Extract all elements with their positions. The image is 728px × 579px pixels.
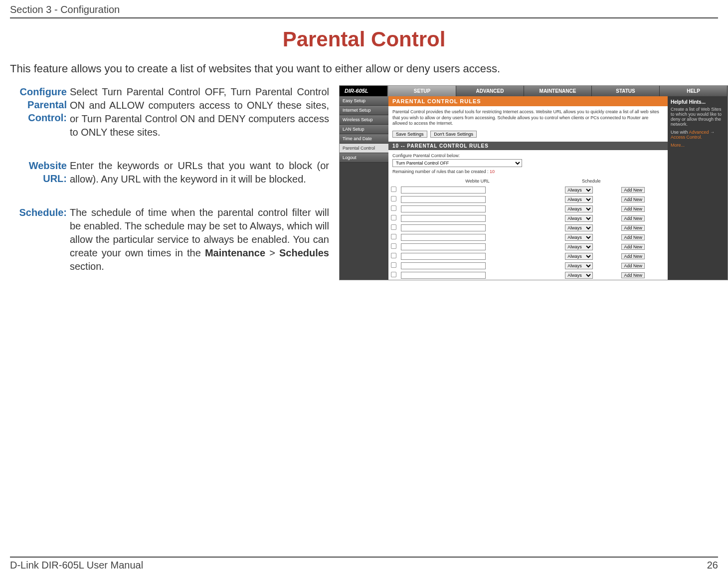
table-row: AlwaysAdd New: [388, 204, 668, 213]
add-new-button[interactable]: Add New: [621, 263, 645, 269]
website-url-input[interactable]: [401, 243, 486, 250]
helpful-hints-panel: Helpful Hints... Create a list of Web Si…: [668, 96, 728, 280]
website-url-input[interactable]: [401, 272, 486, 279]
add-new-button[interactable]: Add New: [621, 187, 645, 193]
panel-subhead: 10 -- PARENTAL CONTROL RULES: [388, 142, 668, 150]
schedule-select[interactable]: Always: [565, 243, 593, 250]
schedule-select[interactable]: Always: [565, 272, 593, 279]
hints-more-link[interactable]: More...: [671, 143, 725, 148]
intro-text: This feature allows you to create a list…: [10, 62, 718, 75]
footer-manual-name: D-Link DIR-605L User Manual: [10, 560, 143, 571]
router-tab-advanced[interactable]: ADVANCED: [456, 86, 524, 96]
page-title: Parental Control: [10, 27, 718, 51]
router-tabs: SETUPADVANCEDMAINTENANCESTATUSHELP: [388, 86, 728, 96]
add-new-button[interactable]: Add New: [621, 196, 645, 202]
add-new-button[interactable]: Add New: [621, 272, 645, 278]
column-header-url: Webite URL: [399, 177, 556, 185]
table-row: AlwaysAdd New: [388, 261, 668, 270]
add-new-button[interactable]: Add New: [621, 206, 645, 212]
website-url-input[interactable]: [401, 224, 486, 231]
remaining-count: 10: [490, 169, 495, 174]
rule-enable-checkbox[interactable]: [391, 243, 396, 249]
router-body: Easy SetupInternet SetupWireless SetupLA…: [340, 96, 728, 280]
router-main: PARENTAL CONTROL RULES Parental Control …: [388, 96, 668, 280]
sidebar-item-logout[interactable]: Logout: [340, 153, 388, 163]
router-sidebar: Easy SetupInternet SetupWireless SetupLA…: [340, 96, 388, 280]
schedule-select[interactable]: Always: [565, 224, 593, 231]
rule-enable-checkbox[interactable]: [391, 272, 396, 277]
schedule-select[interactable]: Always: [565, 215, 593, 222]
parental-control-select[interactable]: Turn Parental Control OFF: [392, 159, 522, 167]
table-row: AlwaysAdd New: [388, 194, 668, 204]
rule-enable-checkbox[interactable]: [391, 262, 396, 268]
rule-enable-checkbox[interactable]: [391, 196, 396, 201]
hints-link-access-control[interactable]: Access Control.: [671, 135, 702, 140]
add-new-button[interactable]: Add New: [621, 215, 645, 221]
dont-save-settings-button[interactable]: Don't Save Settings: [430, 131, 477, 138]
hints-usewith: Use with Advanced → Access Control.: [671, 130, 725, 140]
hints-arrow: →: [709, 130, 715, 135]
footer-page-number: 26: [707, 560, 718, 571]
screenshot-column: DIR-605L SETUPADVANCEDMAINTENANCESTATUSH…: [339, 85, 728, 293]
schedule-select[interactable]: Always: [565, 187, 593, 193]
hints-body: Create a list of Web Sites to which you …: [671, 107, 725, 127]
definition-text: Select Turn Parental Control OFF, Turn P…: [70, 85, 329, 139]
router-tab-setup[interactable]: SETUP: [388, 86, 456, 96]
page-footer: D-Link DIR-605L User Manual 26: [10, 557, 718, 571]
table-row: AlwaysAdd New: [388, 232, 668, 242]
rule-enable-checkbox[interactable]: [391, 215, 396, 220]
add-new-button[interactable]: Add New: [621, 225, 645, 231]
definition-item: Configure Parental Control: Select Turn …: [10, 85, 329, 139]
router-ui: DIR-605L SETUPADVANCEDMAINTENANCESTATUSH…: [339, 85, 728, 280]
website-url-input[interactable]: [401, 187, 486, 193]
schedule-select[interactable]: Always: [565, 262, 593, 269]
router-tab-status[interactable]: STATUS: [592, 86, 660, 96]
definition-text: Enter the keywords or URLs that you want…: [70, 159, 329, 186]
schedule-select[interactable]: Always: [565, 196, 593, 203]
panel-buttons: Save Settings Don't Save Settings: [388, 130, 668, 142]
hints-link-advanced[interactable]: Advanced: [689, 130, 709, 135]
column-header-schedule: Schedule: [563, 177, 619, 185]
router-topbar: DIR-605L SETUPADVANCEDMAINTENANCESTATUSH…: [340, 86, 728, 96]
website-url-input[interactable]: [401, 234, 486, 241]
router-tab-maintenance[interactable]: MAINTENANCE: [524, 86, 592, 96]
rule-enable-checkbox[interactable]: [391, 205, 396, 211]
config-label: Configure Parental Control below:: [392, 153, 664, 158]
rule-enable-checkbox[interactable]: [391, 234, 396, 239]
router-model-label: DIR-605L: [340, 86, 388, 96]
table-row: AlwaysAdd New: [388, 251, 668, 261]
schedule-select[interactable]: Always: [565, 234, 593, 241]
add-new-button[interactable]: Add New: [621, 234, 645, 240]
table-row: AlwaysAdd New: [388, 242, 668, 251]
add-new-button[interactable]: Add New: [621, 244, 645, 250]
schedule-select[interactable]: Always: [565, 205, 593, 212]
definition-label: Website URL:: [10, 159, 70, 186]
header-rule: [10, 17, 718, 18]
sidebar-item-time-and-date[interactable]: Time and Date: [340, 134, 388, 144]
website-url-input[interactable]: [401, 253, 486, 260]
website-url-input[interactable]: [401, 215, 486, 222]
remaining-prefix: Remaining number of rules that can be cr…: [392, 169, 490, 174]
rule-enable-checkbox[interactable]: [391, 224, 396, 230]
sidebar-item-wireless-setup[interactable]: Wireless Setup: [340, 115, 388, 125]
sidebar-item-parental-control[interactable]: Parental Control: [340, 144, 388, 153]
router-tab-help[interactable]: HELP: [660, 86, 728, 96]
sidebar-item-easy-setup[interactable]: Easy Setup: [340, 96, 388, 106]
hints-usewith-prefix: Use with: [671, 130, 689, 135]
definition-text: The schedule of time when the parental c…: [70, 206, 329, 273]
definitions-column: Configure Parental Control: Select Turn …: [10, 85, 329, 293]
website-url-input[interactable]: [401, 262, 486, 269]
rule-enable-checkbox[interactable]: [391, 187, 396, 192]
website-url-input[interactable]: [401, 196, 486, 203]
add-new-button[interactable]: Add New: [621, 253, 645, 259]
hints-title: Helpful Hints...: [671, 99, 725, 105]
table-row: AlwaysAdd New: [388, 213, 668, 223]
website-url-input[interactable]: [401, 205, 486, 212]
content-row: Configure Parental Control: Select Turn …: [10, 85, 718, 293]
save-settings-button[interactable]: Save Settings: [392, 131, 427, 138]
sidebar-item-internet-setup[interactable]: Internet Setup: [340, 106, 388, 115]
rule-enable-checkbox[interactable]: [391, 253, 396, 258]
panel-banner: PARENTAL CONTROL RULES: [388, 96, 668, 106]
schedule-select[interactable]: Always: [565, 253, 593, 260]
sidebar-item-lan-setup[interactable]: LAN Setup: [340, 125, 388, 134]
